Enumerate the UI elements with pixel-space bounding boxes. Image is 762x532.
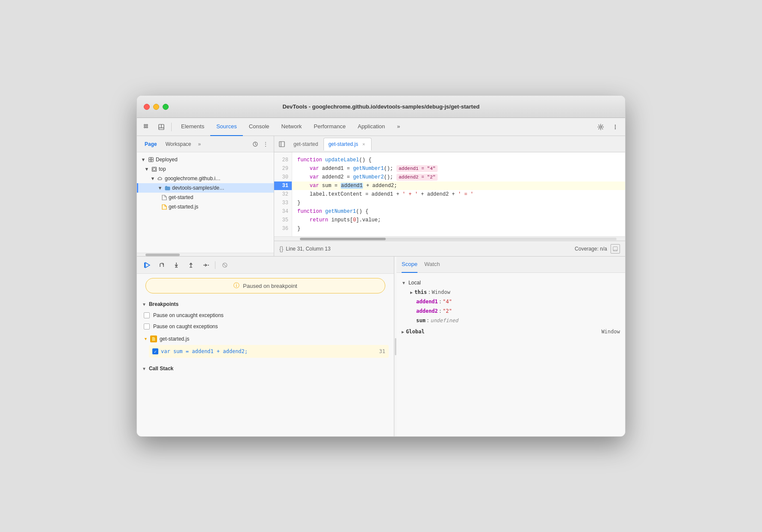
scope-local-title[interactable]: ▼ Local bbox=[402, 278, 620, 287]
bottom-section: ⓘ Paused on breakpoint ▼ Breakpoints Pau… bbox=[137, 256, 625, 436]
cloud-icon bbox=[157, 176, 163, 181]
line-num-34: 34 bbox=[274, 207, 292, 216]
tree-arrow-icon-gc: ▼ bbox=[150, 176, 156, 181]
maximize-button[interactable] bbox=[163, 104, 169, 110]
coverage-icon[interactable] bbox=[611, 244, 620, 254]
step-over-btn[interactable] bbox=[156, 259, 168, 271]
tree-label-deployed: Deployed bbox=[156, 157, 178, 163]
tree-item-googlechrome[interactable]: ▼ googlechrome.github.i… bbox=[137, 174, 274, 183]
debug-toolbar bbox=[137, 257, 394, 274]
local-label: Local bbox=[408, 280, 421, 286]
pause-uncaught-checkbox[interactable] bbox=[144, 312, 150, 318]
svg-point-7 bbox=[600, 126, 602, 128]
code-tab-label-get-started: get-started bbox=[293, 141, 318, 147]
bp-active-checkbox[interactable]: ✓ bbox=[152, 348, 158, 354]
pause-uncaught-label: Pause on uncaught exceptions bbox=[153, 312, 224, 318]
line-num-36: 36 bbox=[274, 224, 292, 233]
code-editor-panel: get-started get-started.js × 28 29 3 bbox=[274, 136, 625, 256]
tab-elements[interactable]: Elements bbox=[175, 118, 210, 136]
scope-key-sum: sum bbox=[416, 317, 426, 323]
tree-arrow-icon: ▼ bbox=[140, 157, 146, 162]
cursor-icon[interactable] bbox=[140, 121, 153, 133]
resume-btn[interactable] bbox=[141, 259, 153, 271]
code-tab-get-started-js[interactable]: get-started.js × bbox=[324, 138, 371, 151]
bp-code-text: var sum = addend1 + addend2; bbox=[161, 348, 248, 354]
minimize-button[interactable] bbox=[153, 104, 159, 110]
tree-arrow-icon-dt: ▼ bbox=[157, 185, 163, 190]
code-scrollbar-thumb[interactable] bbox=[300, 238, 386, 240]
tab-more[interactable]: » bbox=[391, 118, 406, 136]
code-line-35: return inputs[0].value; bbox=[292, 216, 625, 224]
breakpoint-file-row: ▼ get-started.js bbox=[142, 334, 389, 344]
main-toolbar: Elements Sources Console Network Perform… bbox=[137, 118, 625, 136]
call-stack-section[interactable]: ▼ Call Stack bbox=[137, 362, 394, 373]
panel-separator[interactable] bbox=[394, 257, 396, 436]
tree-label-dt: devtools-samples/de… bbox=[172, 185, 224, 191]
tree-label-top: top bbox=[159, 166, 166, 172]
pause-caught-checkbox[interactable] bbox=[144, 323, 150, 329]
scope-global-row[interactable]: ▶ Global Window bbox=[396, 327, 625, 336]
tree-item-get-started[interactable]: get-started bbox=[137, 193, 274, 202]
close-button[interactable] bbox=[144, 104, 150, 110]
scope-item-sum: sum : undefined bbox=[402, 316, 620, 325]
scope-tab-scope[interactable]: Scope bbox=[402, 257, 417, 273]
code-scrollbar[interactable] bbox=[274, 236, 625, 241]
subtab-workspace[interactable]: Workspace bbox=[161, 139, 196, 149]
step-into-btn[interactable] bbox=[170, 259, 182, 271]
tree-label-get-started: get-started bbox=[169, 194, 193, 200]
code-line-31: var sum = addend1 + addend2; bbox=[292, 181, 625, 190]
code-tab-get-started[interactable]: get-started bbox=[289, 138, 323, 151]
breakpoints-title[interactable]: ▼ Breakpoints bbox=[142, 301, 389, 307]
tab-sources[interactable]: Sources bbox=[210, 118, 243, 136]
tree-item-devtools[interactable]: ▼ devtools-samples/de… bbox=[137, 183, 274, 193]
toolbar-right bbox=[594, 121, 622, 133]
subtab-sync-icon[interactable] bbox=[251, 139, 260, 149]
code-lines[interactable]: function updateLabel() { var addend1 = g… bbox=[292, 152, 625, 236]
status-coverage: Coverage: n/a bbox=[575, 244, 620, 254]
this-expand-icon: ▶ bbox=[410, 290, 413, 295]
status-position: Line 31, Column 13 bbox=[286, 246, 575, 252]
scope-item-addend1: addend1 : "4" bbox=[402, 297, 620, 306]
subtab-more-btn[interactable]: » bbox=[196, 140, 204, 148]
left-panel-scrollbar[interactable] bbox=[137, 253, 274, 256]
more-options-icon[interactable] bbox=[609, 121, 622, 133]
svg-rect-14 bbox=[153, 168, 156, 170]
tab-application[interactable]: Application bbox=[352, 118, 391, 136]
code-line-30: var addend2 = getNumber2();addend2 = "2" bbox=[292, 173, 625, 181]
toolbar-separator bbox=[171, 123, 172, 131]
scope-key-this: this bbox=[414, 289, 427, 295]
paused-banner: ⓘ Paused on breakpoint bbox=[145, 278, 385, 293]
code-sidebar-toggle[interactable] bbox=[276, 138, 288, 150]
step-btn[interactable] bbox=[200, 259, 212, 271]
scope-tab-watch[interactable]: Watch bbox=[424, 257, 440, 273]
tree-item-top[interactable]: ▼ top bbox=[137, 164, 274, 174]
scope-val-sum: undefined bbox=[430, 317, 458, 323]
scope-val-this: Window bbox=[432, 289, 450, 295]
subtab-page[interactable]: Page bbox=[140, 139, 161, 149]
scope-tab-bar: Scope Watch bbox=[396, 257, 625, 273]
step-out-btn[interactable] bbox=[185, 259, 197, 271]
file-icon bbox=[162, 195, 167, 200]
tab-console[interactable]: Console bbox=[243, 118, 275, 136]
breakpoints-label: Breakpoints bbox=[149, 301, 178, 307]
paused-message: Paused on breakpoint bbox=[243, 283, 297, 289]
dock-icon[interactable] bbox=[155, 121, 168, 133]
scope-item-this[interactable]: ▶ this : Window bbox=[402, 287, 620, 297]
scope-item-addend2: addend2 : "2" bbox=[402, 306, 620, 316]
tab-performance[interactable]: Performance bbox=[308, 118, 351, 136]
title-bar: DevTools - googlechrome.github.io/devtoo… bbox=[137, 96, 625, 118]
local-arrow: ▼ bbox=[402, 281, 406, 285]
globe-icon bbox=[148, 157, 154, 163]
code-tab-close-btn[interactable]: × bbox=[361, 141, 367, 147]
tab-network[interactable]: Network bbox=[275, 118, 308, 136]
subtab-menu-icon[interactable]: ⋮ bbox=[261, 139, 270, 149]
deactivate-breakpoints-btn[interactable] bbox=[219, 259, 231, 271]
tree-item-get-started-js[interactable]: get-started.js bbox=[137, 202, 274, 212]
js-file-icon bbox=[162, 204, 167, 210]
call-stack-arrow: ▼ bbox=[142, 366, 146, 371]
sources-subtab-bar: Page Workspace » ⋮ bbox=[137, 136, 274, 152]
svg-line-30 bbox=[223, 263, 227, 267]
settings-icon[interactable] bbox=[594, 121, 607, 133]
tree-item-deployed[interactable]: ▼ Deployed bbox=[137, 155, 274, 164]
line-num-29: 29 bbox=[274, 164, 292, 173]
